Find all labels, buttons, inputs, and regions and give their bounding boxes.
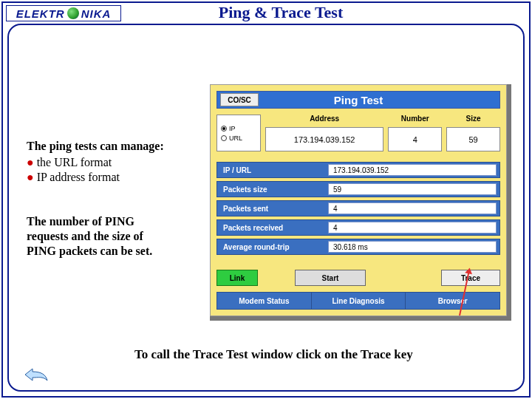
- address-label: Address: [265, 115, 383, 125]
- brand-left: ELEKTR: [16, 7, 65, 20]
- bottom-nav-bar: Modem Status Line Diagnosis Browser: [216, 292, 500, 310]
- bottom-nav-browser[interactable]: Browser: [406, 293, 499, 309]
- description-block: The ping tests can manage: the URL forma…: [27, 139, 204, 259]
- device-screen: CO/SC Ping Test IP URL Address 173.194.0…: [210, 84, 507, 316]
- size-input[interactable]: 59: [446, 127, 500, 151]
- desc-para-line: PING packets can be set.: [27, 244, 204, 259]
- results-table: IP / URL173.194.039.152 Packets size59 P…: [216, 162, 500, 255]
- device-titlebar: CO/SC Ping Test: [216, 91, 500, 109]
- brand-right: NIKA: [81, 7, 112, 20]
- desc-para-line: The number of PING: [27, 214, 204, 229]
- number-label: Number: [388, 115, 442, 125]
- link-button[interactable]: Link: [216, 270, 258, 286]
- cosc-button[interactable]: CO/SC: [220, 93, 259, 106]
- desc-bullet: the URL format: [27, 155, 204, 170]
- device-shadow: CO/SC Ping Test IP URL Address 173.194.0…: [210, 84, 511, 321]
- ip-url-radio-group: IP URL: [216, 115, 261, 151]
- bottom-nav-line-diagnosis[interactable]: Line Diagnosis: [312, 293, 406, 309]
- result-value: 30.618 ms: [328, 241, 497, 253]
- brand-logo: ELEKTR NIKA: [6, 5, 121, 21]
- result-value: 59: [328, 183, 497, 195]
- result-row: Average round-trip30.618 ms: [216, 239, 500, 255]
- desc-heading: The ping tests can manage:: [27, 139, 204, 154]
- result-row: Packets sent4: [216, 200, 500, 216]
- globe-icon: [67, 7, 79, 19]
- back-arrow-icon[interactable]: [24, 366, 49, 383]
- result-row: IP / URL173.194.039.152: [216, 162, 500, 178]
- desc-para-line: requests and the size of: [27, 229, 204, 244]
- size-label: Size: [446, 115, 500, 125]
- content-frame: The ping tests can manage: the URL forma…: [7, 24, 525, 392]
- result-row: Packets received4: [216, 219, 500, 236]
- bottom-nav-modem-status[interactable]: Modem Status: [217, 293, 312, 309]
- start-button[interactable]: Start: [295, 270, 366, 286]
- footnote-text: To call the Trace Test window click on t…: [134, 347, 413, 362]
- address-input[interactable]: 173.194.039.152: [265, 127, 383, 151]
- device-title: Ping Test: [259, 94, 499, 106]
- result-value: 4: [328, 222, 497, 233]
- result-row: Packets size59: [216, 181, 500, 197]
- number-input[interactable]: 4: [388, 127, 442, 151]
- radio-url[interactable]: URL: [221, 134, 256, 142]
- page-title: Ping & Trace Test: [121, 3, 529, 22]
- result-value: 4: [328, 202, 497, 214]
- radio-ip[interactable]: IP: [221, 125, 256, 132]
- desc-bullet: IP address format: [27, 170, 204, 185]
- result-value: 173.194.039.152: [328, 164, 497, 176]
